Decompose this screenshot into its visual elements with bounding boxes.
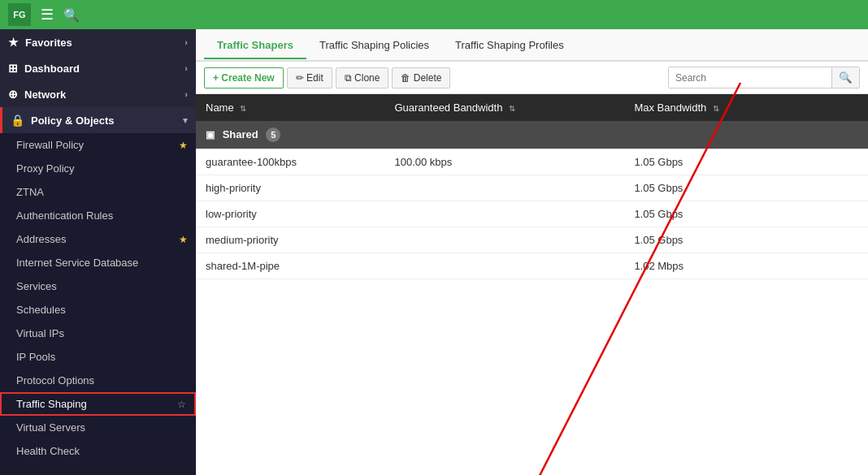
cell-guaranteed-bw (384, 201, 624, 227)
chevron-down-icon: ▾ (183, 115, 188, 126)
cell-max-bw: 1.05 Gbps (624, 175, 803, 201)
cell-name: shared-1M-pipe (196, 253, 384, 279)
search-button[interactable]: 🔍 (831, 67, 859, 88)
table-row[interactable]: guarantee-100kbps 100.00 kbps 1.05 Gbps (196, 149, 868, 175)
sidebar-item-health-check[interactable]: Health Check (0, 439, 196, 463)
sidebar-item-internet-service-database[interactable]: Internet Service Database (0, 251, 196, 274)
cell-name: low-priority (196, 201, 384, 227)
delete-button[interactable]: 🗑 Delete (392, 67, 450, 89)
sidebar-item-services[interactable]: Services (0, 274, 196, 298)
table-row[interactable]: shared-1M-pipe 1.02 Mbps (196, 253, 868, 279)
sidebar-item-favorites[interactable]: ★ Favorites › (0, 29, 196, 55)
cell-guaranteed-bw: 100.00 kbps (384, 149, 624, 175)
toolbar: + Create New ✏ Edit ⧉ Clone 🗑 Delete 🔍 (196, 62, 868, 94)
sidebar-item-traffic-shaping[interactable]: Traffic Shaping ☆ (0, 392, 196, 416)
tab-traffic-shaping-profiles[interactable]: Traffic Shaping Profiles (442, 32, 577, 59)
main-layout: ★ Favorites › ⊞ Dashboard › ⊕ Network › … (0, 29, 868, 475)
tab-traffic-shapers[interactable]: Traffic Shapers (204, 32, 306, 59)
content-area: Traffic Shapers Traffic Shaping Policies… (196, 29, 868, 475)
sidebar-item-ztna[interactable]: ZTNA (0, 180, 196, 204)
col-max-bw[interactable]: Max Bandwidth ⇅ (624, 94, 803, 121)
sidebar-item-firewall-policy[interactable]: Firewall Policy ★ (0, 133, 196, 157)
chevron-right-icon: › (184, 89, 188, 99)
sort-icon: ⇅ (509, 104, 515, 113)
dashboard-icon: ⊞ (8, 62, 18, 75)
policy-icon: 🔒 (11, 114, 24, 127)
tab-traffic-shaping-policies[interactable]: Traffic Shaping Policies (306, 32, 442, 59)
sidebar-item-virtual-servers[interactable]: Virtual Servers (0, 416, 196, 439)
table-row[interactable]: medium-priority 1.05 Gbps (196, 227, 868, 253)
cell-guaranteed-bw (384, 175, 624, 201)
sidebar-item-authentication-rules[interactable]: Authentication Rules (0, 204, 196, 227)
cell-guaranteed-bw (384, 253, 624, 279)
chevron-right-icon: › (184, 37, 188, 47)
logo: FG (8, 3, 31, 26)
col-guaranteed-bw[interactable]: Guaranteed Bandwidth ⇅ (384, 94, 624, 121)
sidebar-item-dashboard[interactable]: ⊞ Dashboard › (0, 55, 196, 81)
menu-icon[interactable]: ☰ (41, 6, 54, 24)
table-header-row: Name ⇅ Guaranteed Bandwidth ⇅ Max Bandwi… (196, 94, 868, 121)
clone-button[interactable]: ⧉ Clone (336, 67, 389, 89)
sidebar-item-schedules[interactable]: Schedules (0, 298, 196, 322)
edit-button[interactable]: ✏ Edit (287, 67, 332, 89)
tab-bar: Traffic Shapers Traffic Shaping Policies… (196, 29, 868, 62)
sidebar-item-addresses[interactable]: Addresses ★ (0, 227, 196, 251)
network-icon: ⊕ (8, 88, 18, 101)
search-container: 🔍 (668, 67, 860, 89)
star-empty-icon[interactable]: ☆ (177, 399, 186, 410)
sidebar-item-ip-pools[interactable]: IP Pools (0, 345, 196, 369)
table-row[interactable]: high-priority 1.05 Gbps (196, 175, 868, 201)
sidebar: ★ Favorites › ⊞ Dashboard › ⊕ Network › … (0, 29, 196, 475)
cell-max-bw: 1.05 Gbps (624, 201, 803, 227)
search-icon[interactable]: 🔍 (63, 7, 80, 23)
create-new-button[interactable]: + Create New (204, 67, 284, 89)
sidebar-item-policy-objects[interactable]: 🔒 Policy & Objects ▾ (0, 107, 196, 133)
cell-name: high-priority (196, 175, 384, 201)
star-icon: ★ (179, 234, 188, 245)
collapse-icon: ▣ (206, 129, 215, 140)
content-wrapper: Traffic Shapers Traffic Shaping Policies… (196, 29, 868, 475)
chevron-right-icon: › (184, 63, 188, 73)
cell-name: medium-priority (196, 227, 384, 253)
cell-max-bw: 1.05 Gbps (624, 149, 803, 175)
cell-max-bw: 1.02 Mbps (624, 253, 803, 279)
search-input[interactable] (669, 68, 831, 88)
sidebar-item-protocol-options[interactable]: Protocol Options (0, 369, 196, 392)
sidebar-item-virtual-ips[interactable]: Virtual IPs (0, 322, 196, 345)
sidebar-item-proxy-policy[interactable]: Proxy Policy (0, 157, 196, 180)
sort-icon: ⇅ (713, 104, 719, 113)
table-area: Name ⇅ Guaranteed Bandwidth ⇅ Max Bandwi… (196, 94, 868, 475)
table-row[interactable]: low-priority 1.05 Gbps (196, 201, 868, 227)
star-icon: ★ (8, 36, 19, 49)
col-actions (803, 94, 868, 121)
sort-icon: ⇅ (240, 104, 246, 113)
cell-guaranteed-bw (384, 227, 624, 253)
top-bar: FG ☰ 🔍 (0, 0, 868, 29)
group-header-shared[interactable]: ▣ Shared 5 (196, 121, 868, 149)
sidebar-item-network[interactable]: ⊕ Network › (0, 81, 196, 107)
count-badge: 5 (266, 127, 280, 142)
col-name[interactable]: Name ⇅ (196, 94, 384, 121)
cell-name: guarantee-100kbps (196, 149, 384, 175)
cell-max-bw: 1.05 Gbps (624, 227, 803, 253)
star-icon: ★ (179, 140, 188, 151)
traffic-shapers-table: Name ⇅ Guaranteed Bandwidth ⇅ Max Bandwi… (196, 94, 868, 279)
